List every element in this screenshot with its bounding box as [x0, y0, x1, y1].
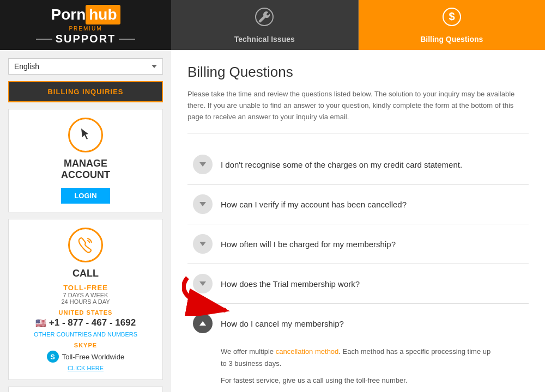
faq-text-4: How does the Trial membership work? — [221, 279, 360, 289]
other-countries-link[interactable]: OTHER COUNTRIES AND NUMBERS — [34, 331, 137, 338]
call-title: CALL — [72, 268, 99, 279]
language-select[interactable]: English Spanish French — [8, 58, 163, 75]
phone-icon-circle — [68, 228, 103, 262]
faq-text-1: I don't recognise some of the charges on… — [221, 160, 462, 169]
chevron-shape-4 — [199, 281, 206, 286]
sidebar: English Spanish French BILLING INQUIRIES… — [0, 50, 171, 392]
faq-question-1[interactable]: I don't recognise some of the charges on… — [187, 145, 529, 184]
chevron-shape-2 — [199, 202, 206, 206]
chat-card: CHAT Chat live with one of our support s… — [8, 387, 163, 392]
faq-text-2: How can I verify if my account has been … — [221, 200, 407, 209]
faq-answer-text-5b: For fastest service, give us a call usin… — [221, 375, 496, 387]
logo-hub: hub — [86, 5, 120, 24]
dollar-icon: $ — [442, 7, 462, 30]
faq-question-4[interactable]: How does the Trial membership work? — [187, 264, 529, 303]
chevron-down-icon-4 — [193, 274, 213, 293]
cursor-icon — [77, 126, 94, 144]
faq-answer-text-5: We offer multiple cancellation method. E… — [221, 346, 496, 370]
chevron-shape-1 — [199, 162, 206, 167]
wrench-icon — [255, 7, 274, 30]
chevron-shape-3 — [199, 242, 206, 246]
chevron-up-icon-5 — [193, 314, 213, 333]
cursor-icon-circle — [68, 118, 103, 152]
chevron-down-icon-1 — [193, 155, 213, 174]
header: Porn hub PREMIUM SUPPORT Technical Issue… — [0, 0, 545, 50]
chevron-shape-5 — [199, 321, 206, 326]
faq-question-3[interactable]: How often will I be charged for my membe… — [187, 224, 529, 264]
logo-section: Porn hub PREMIUM SUPPORT — [0, 0, 171, 50]
page-title: Billing Questions — [187, 64, 529, 81]
toll-free-label: TOLL-FREE — [63, 284, 108, 292]
hours-label: 24 HOURS A DAY — [61, 298, 110, 305]
chevron-down-icon-2 — [193, 194, 213, 214]
tab-technical-issues[interactable]: Technical Issues — [171, 0, 359, 50]
phone-number: 🇺🇸 +1 - 877 - 467 - 1692 — [35, 317, 136, 328]
faq-item-2: How can I verify if my account has been … — [187, 185, 529, 224]
logo-support: SUPPORT — [36, 33, 136, 45]
skype-click-here-link[interactable]: CLICK HERE — [68, 365, 104, 371]
logo-box: Porn hub — [51, 5, 120, 24]
flag-icon: 🇺🇸 — [35, 318, 46, 328]
faq-answer-5: We offer multiple cancellation method. E… — [187, 343, 529, 392]
cancellation-method-link[interactable]: cancellation method — [276, 347, 339, 356]
skype-icon: S — [47, 351, 59, 363]
manage-account-card: MANAGE ACCOUNT LOGIN — [8, 109, 163, 212]
chevron-down-icon-3 — [193, 234, 213, 254]
faq-item-3: How often will I be charged for my membe… — [187, 224, 529, 264]
svg-text:$: $ — [449, 10, 455, 22]
skype-label: SKYPE — [74, 342, 97, 348]
page-description: Please take the time and review the ques… — [187, 89, 529, 134]
faq-item-4: How does the Trial membership work? — [187, 264, 529, 304]
skype-text: Toll-Free Worldwide — [62, 353, 125, 361]
faq-question-2[interactable]: How can I verify if my account has been … — [187, 185, 529, 224]
logo-porn: Porn — [51, 6, 86, 23]
country-label: UNITED STATES — [59, 309, 113, 316]
skype-row: S Toll-Free Worldwide — [47, 351, 125, 363]
manage-account-title: MANAGE ACCOUNT — [61, 158, 110, 181]
faq-item-1: I don't recognise some of the charges on… — [187, 145, 529, 185]
call-card: CALL TOLL-FREE 7 DAYS A WEEK 24 HOURS A … — [8, 219, 163, 380]
billing-tab-label: Billing Questions — [420, 35, 483, 44]
login-button[interactable]: LOGIN — [61, 188, 110, 204]
faq-question-5[interactable]: How do I cancel my membership? — [187, 304, 529, 343]
technical-tab-label: Technical Issues — [234, 35, 295, 44]
phone-icon — [77, 236, 94, 254]
billing-inquiries-button[interactable]: BILLING INQUIRIES — [8, 81, 163, 102]
faq-text-5: How do I cancel my membership? — [221, 319, 344, 328]
tab-billing-questions[interactable]: $ Billing Questions — [359, 0, 546, 50]
content-area: Billing Questions Please take the time a… — [171, 50, 545, 392]
logo-premium: PREMIUM — [69, 26, 102, 32]
days-label: 7 DAYS A WEEK — [63, 292, 108, 298]
main-content: English Spanish French BILLING INQUIRIES… — [0, 50, 545, 392]
faq-item-5: How do I cancel my membership? We offer … — [187, 304, 529, 392]
faq-text-3: How often will I be charged for my membe… — [221, 240, 396, 249]
